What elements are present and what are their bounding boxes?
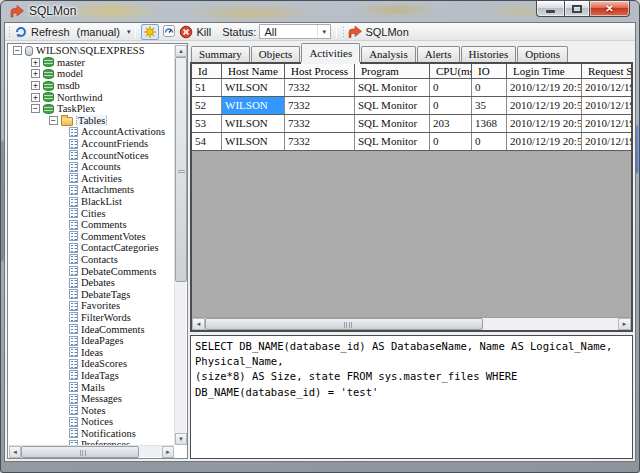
scroll-right-icon[interactable]: ► — [618, 318, 631, 330]
cell[interactable]: 7332 — [285, 79, 355, 96]
tree-item-msdb[interactable]: +msdb — [9, 80, 174, 92]
tree-item-Accounts[interactable]: Accounts — [9, 161, 174, 173]
tree-item-AccountFriends[interactable]: AccountFriends — [9, 138, 174, 150]
cell[interactable]: 2010/12/19 20:58 — [507, 133, 582, 150]
tree-item-Debates[interactable]: Debates — [9, 277, 174, 289]
column-header-host-process[interactable]: Host Process — [285, 64, 355, 78]
tree-item-Cities[interactable]: Cities — [9, 207, 174, 219]
sql-text-panel[interactable]: SELECT DB_NAME(database_id) AS DatabaseN… — [190, 335, 633, 459]
tree-item-IdeaScores[interactable]: IdeaScores — [9, 358, 174, 370]
tree-item-Ideas[interactable]: Ideas — [9, 346, 174, 358]
tree-item-Favorites[interactable]: Favorites — [9, 300, 174, 312]
expand-toggle-icon[interactable]: − — [49, 116, 58, 125]
gauge-button[interactable] — [162, 24, 176, 40]
cell[interactable]: 0 — [430, 79, 472, 96]
tree-item-Notifications[interactable]: Notifications — [9, 428, 174, 440]
cell[interactable]: WILSON — [222, 115, 285, 132]
tree-vertical-scrollbar[interactable]: ▲ ▼ — [174, 45, 186, 445]
cell[interactable]: 53 — [192, 115, 222, 132]
cell[interactable]: SQL Monitor — [355, 133, 430, 150]
cell[interactable]: 203 — [430, 115, 472, 132]
scroll-left-icon[interactable]: ◄ — [192, 318, 205, 330]
cell[interactable]: 0 — [430, 133, 472, 150]
cell[interactable]: 1368 — [472, 115, 507, 132]
tree-item-IdeaComments[interactable]: IdeaComments — [9, 323, 174, 335]
column-header-host-name[interactable]: Host Name — [222, 64, 285, 78]
tree-item-Contacts[interactable]: Contacts — [9, 254, 174, 266]
kill-button[interactable]: Kill — [179, 25, 211, 39]
scrollbar-thumb[interactable] — [21, 446, 139, 458]
tree-item-Messages[interactable]: Messages — [9, 393, 174, 405]
tree-item-BlackList[interactable]: BlackList — [9, 196, 174, 208]
scroll-left-icon[interactable]: ◄ — [9, 446, 21, 458]
maximize-button[interactable] — [564, 1, 590, 17]
cell[interactable]: 2010/12/19 20:58 — [507, 97, 582, 114]
cell[interactable]: 7332 — [285, 115, 355, 132]
title-bar[interactable]: SQLMon ✕ — [1, 1, 639, 22]
close-button[interactable]: ✕ — [590, 1, 630, 17]
column-header-login-time[interactable]: Login Time — [507, 64, 582, 78]
cell[interactable]: 54 — [192, 133, 222, 150]
tree-item-DebateTags[interactable]: DebateTags — [9, 288, 174, 300]
tree-item-Northwind[interactable]: +Northwind — [9, 91, 174, 103]
status-select[interactable]: All ▾ — [259, 24, 331, 39]
tab-activities[interactable]: Activities — [301, 43, 360, 62]
cell[interactable]: WILSON — [222, 97, 285, 114]
tree-item-TaskPlex[interactable]: −TaskPlex — [9, 103, 174, 115]
scroll-down-icon[interactable]: ▼ — [175, 433, 187, 445]
column-header-cpu-ms-[interactable]: CPU(ms) — [430, 64, 472, 78]
tree-item-Attachments[interactable]: Attachments — [9, 184, 174, 196]
cell[interactable]: 2010/12/19 2 — [582, 115, 631, 132]
expand-toggle-icon[interactable]: + — [31, 58, 40, 67]
cell[interactable]: 52 — [192, 97, 222, 114]
cell[interactable]: SQL Monitor — [355, 97, 430, 114]
tree-item-ContactCategories[interactable]: ContactCategories — [9, 242, 174, 254]
cell[interactable]: 2010/12/19 2 — [582, 79, 631, 96]
expand-toggle-icon[interactable]: − — [31, 104, 40, 113]
cell[interactable]: 0 — [472, 133, 507, 150]
grid-row-53[interactable]: 53WILSON7332SQL Monitor20313682010/12/19… — [192, 115, 631, 133]
tree-item-Tables[interactable]: −Tables — [9, 115, 174, 127]
cell[interactable]: SQL Monitor — [355, 115, 430, 132]
tab-analysis[interactable]: Analysis — [361, 46, 416, 62]
tab-alerts[interactable]: Alerts — [417, 46, 460, 62]
tree-item-AccountActivations[interactable]: AccountActivations — [9, 126, 174, 138]
cell[interactable]: 35 — [472, 97, 507, 114]
refresh-mode-dropdown[interactable]: (manual) ▾ — [77, 26, 131, 38]
cell[interactable]: 2010/12/19 2 — [582, 97, 631, 114]
scrollbar-thumb[interactable] — [205, 318, 483, 330]
tree-item-model[interactable]: +model — [9, 68, 174, 80]
tree-item-Mails[interactable]: Mails — [9, 381, 174, 393]
run-monitor-toggle[interactable] — [141, 24, 159, 40]
cell[interactable]: SQL Monitor — [355, 79, 430, 96]
cell[interactable]: 2010/12/19 20:58 — [507, 79, 582, 96]
tree-item-AccountNotices[interactable]: AccountNotices — [9, 149, 174, 161]
tree-item-IdeaPages[interactable]: IdeaPages — [9, 335, 174, 347]
grid-row-51[interactable]: 51WILSON7332SQL Monitor002010/12/19 20:5… — [192, 79, 631, 97]
column-header-id[interactable]: Id — [192, 64, 222, 78]
grid-horizontal-scrollbar[interactable]: ◄ ► — [192, 317, 631, 330]
refresh-button[interactable]: Refresh — [14, 25, 70, 39]
cell[interactable]: 0 — [472, 79, 507, 96]
cell[interactable]: WILSON — [222, 133, 285, 150]
cell[interactable]: 7332 — [285, 133, 355, 150]
tree-item-Comments[interactable]: Comments — [9, 219, 174, 231]
tree-item-DebateComments[interactable]: DebateComments — [9, 265, 174, 277]
tab-objects[interactable]: Objects — [251, 46, 301, 62]
cell[interactable]: WILSON — [222, 79, 285, 96]
tab-summary[interactable]: Summary — [191, 46, 250, 62]
tree-item-WILSON\SQLEXPRESS[interactable]: −WILSON\SQLEXPRESS — [9, 45, 174, 57]
tree-item-CommentVotes[interactable]: CommentVotes — [9, 231, 174, 243]
column-header-request-start[interactable]: Request Start — [582, 64, 631, 78]
tree-item-FilterWords[interactable]: FilterWords — [9, 312, 174, 324]
expand-toggle-icon[interactable]: + — [31, 93, 40, 102]
tree-item-IdeaTags[interactable]: IdeaTags — [9, 370, 174, 382]
cell[interactable]: 2010/12/19 20:58 — [507, 115, 582, 132]
expand-toggle-icon[interactable]: + — [31, 81, 40, 90]
minimize-button[interactable] — [536, 1, 564, 17]
tree-item-Notes[interactable]: Notes — [9, 404, 174, 416]
scroll-right-icon[interactable]: ► — [162, 446, 174, 458]
cell[interactable]: 51 — [192, 79, 222, 96]
tree-item-Activities[interactable]: Activities — [9, 173, 174, 185]
tree-horizontal-scrollbar[interactable]: ◄ ► — [9, 445, 174, 457]
